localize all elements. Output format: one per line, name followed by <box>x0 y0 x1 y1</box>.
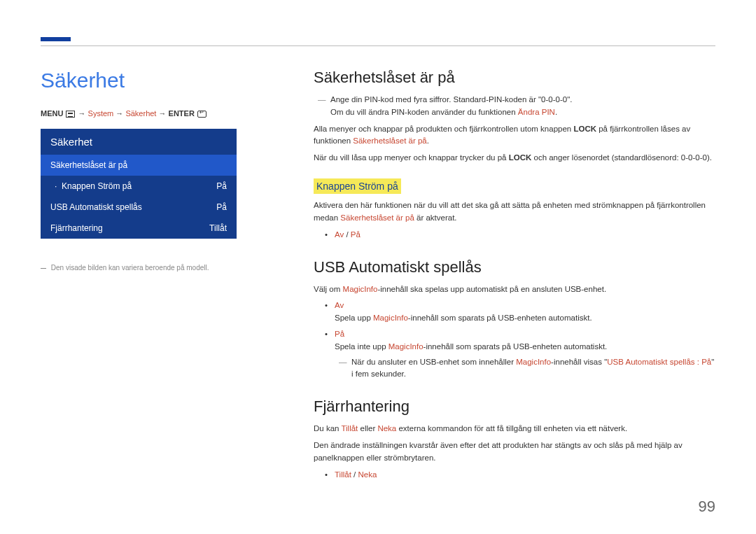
option-av: Av <box>335 230 344 239</box>
pin-note: Ange din PIN-kod med fyra siffror. Stand… <box>314 94 715 119</box>
option-av-label: Av <box>335 301 344 309</box>
settings-row-value: På <box>216 202 227 212</box>
neka-term: Neka <box>377 424 396 433</box>
page-accent-bar <box>41 37 71 41</box>
section-heading-remote: Fjärrhantering <box>314 398 715 416</box>
settings-row-label: USB Automatiskt spellås <box>50 202 142 212</box>
magicinfo-term: MagicInfo <box>516 358 551 366</box>
lock-description-2: När du vill låsa upp menyer och knappar … <box>314 152 715 164</box>
left-column: Säkerhet MENU → System → Säkerhet → ENTE… <box>41 69 237 486</box>
magicinfo-term: MagicInfo <box>373 314 408 322</box>
power-button-options: Av / På <box>325 229 715 241</box>
breadcrumb-arrow: → <box>158 109 168 118</box>
pin-note-line1: Ange din PIN-kod med fyra siffror. Stand… <box>330 95 572 104</box>
settings-row-value: Tillåt <box>209 223 227 233</box>
pin-note-line2a: Om du vill ändra PIN-koden använder du f… <box>330 108 518 116</box>
image-disclaimer: Den visade bilden kan variera beroende p… <box>41 264 237 272</box>
usb-option-pa: På Spela inte upp MagicInfo-innehåll som… <box>325 328 715 381</box>
breadcrumb: MENU → System → Säkerhet → ENTER <box>41 109 237 118</box>
security-lock-term: Säkerhetslåset är på <box>340 213 414 222</box>
subsection-heading-power-button: Knappen Ström på <box>314 178 401 194</box>
option-pa-label: På <box>335 330 344 338</box>
option-pa: På <box>351 230 360 239</box>
option-pa-desc: Spela inte upp MagicInfo-innehåll som sp… <box>335 341 715 353</box>
page-top-rule <box>41 45 715 46</box>
security-lock-term: Säkerhetslåset är på <box>353 136 426 145</box>
section-heading-usb: USB Automatiskt spellås <box>314 258 715 276</box>
breadcrumb-arrow: → <box>115 109 125 118</box>
enter-icon <box>197 111 206 118</box>
settings-row-power-button[interactable]: Knappen Ström på På <box>41 176 237 197</box>
option-pa-note: När du ansluter en USB-enhet som innehål… <box>335 356 715 381</box>
settings-row-value: På <box>216 181 227 191</box>
option-neka: Neka <box>358 470 377 479</box>
settings-row-remote-management[interactable]: Fjärrhantering Tillåt <box>41 218 237 239</box>
footnote-text: Den visade bilden kan variera beroende p… <box>51 264 209 272</box>
tillat-term: Tillåt <box>341 424 358 433</box>
settings-row-label: Fjärrhantering <box>50 223 103 233</box>
magicinfo-term: MagicInfo <box>388 342 424 351</box>
lock-term: LOCK <box>573 125 596 133</box>
dash-icon <box>41 268 46 269</box>
right-column: Säkerhetslåset är på Ange din PIN-kod me… <box>314 69 715 486</box>
change-pin-term: Ändra PIN <box>518 108 555 116</box>
settings-row-lock-on[interactable]: Säkerhetslåset är på <box>41 155 237 176</box>
option-tillat: Tillåt <box>335 470 351 479</box>
settings-row-usb-autoplay[interactable]: USB Automatiskt spellås På <box>41 197 237 218</box>
option-av-desc: Spela upp MagicInfo-innehåll som sparats… <box>335 312 715 325</box>
breadcrumb-enter: ENTER <box>169 109 195 118</box>
page-number: 99 <box>699 498 715 516</box>
usb-description: Välj om MagicInfo-innehåll ska spelas up… <box>314 283 715 296</box>
remote-description-2: Den ändrade inställningen kvarstår även … <box>314 440 715 465</box>
page-title: Säkerhet <box>41 69 237 92</box>
section-heading-lock: Säkerhetslåset är på <box>314 69 715 87</box>
breadcrumb-arrow: → <box>78 109 88 118</box>
lock-term: LOCK <box>509 153 532 162</box>
breadcrumb-security: Säkerhet <box>125 109 156 118</box>
menu-grid-icon <box>66 111 75 118</box>
breadcrumb-menu: MENU <box>41 109 63 118</box>
settings-row-label: Knappen Ström på <box>62 181 132 191</box>
remote-options: Tillåt / Neka <box>325 469 715 482</box>
power-button-description: Aktivera den här funktionen när du vill … <box>314 199 715 225</box>
settings-panel-title: Säkerhet <box>41 129 237 155</box>
settings-panel: Säkerhet Säkerhetslåset är på Knappen St… <box>41 129 237 239</box>
pin-note-line2c: . <box>555 108 557 116</box>
option-av-pa: Av / På <box>325 229 715 241</box>
breadcrumb-system: System <box>88 109 114 118</box>
usb-option-av: Av Spela upp MagicInfo-innehåll som spar… <box>325 300 715 325</box>
magicinfo-term: MagicInfo <box>343 285 378 293</box>
lock-description-1: Alla menyer och knappar på produkten och… <box>314 123 715 148</box>
option-tillat-neka: Tillåt / Neka <box>325 469 715 482</box>
settings-row-label: Säkerhetslåset är på <box>50 160 127 170</box>
usb-lock-on-term: USB Automatiskt spellås : På <box>607 358 711 366</box>
remote-description-1: Du kan Tillåt eller Neka externa kommand… <box>314 423 715 435</box>
usb-options: Av Spela upp MagicInfo-innehåll som spar… <box>325 300 715 381</box>
